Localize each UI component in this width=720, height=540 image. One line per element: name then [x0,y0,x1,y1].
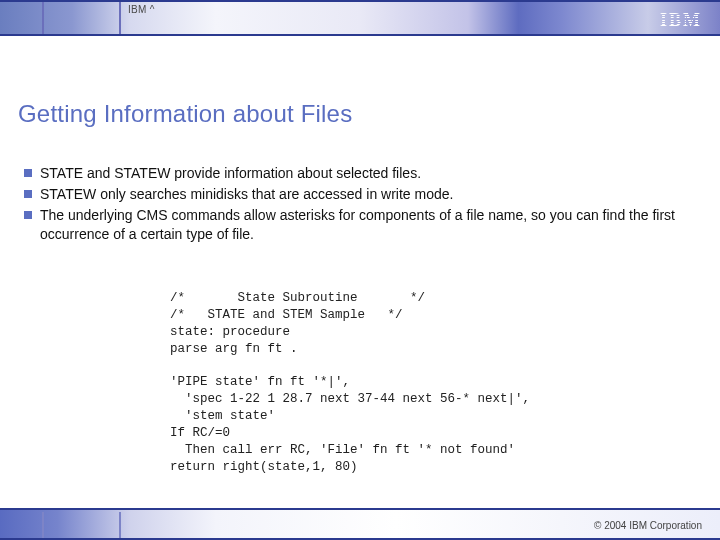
header-top-rule [0,0,720,2]
bullet-list: STATE and STATEW provide information abo… [24,164,696,246]
header-divider [42,2,44,34]
footer-divider [119,512,121,538]
ibm-logo-text: IBM [660,10,702,31]
bullet-icon [24,169,32,177]
ibm-logo-icon: IBM [660,10,702,31]
list-item: STATE and STATEW provide information abo… [24,164,696,183]
bullet-text: The underlying CMS commands allow asteri… [40,206,696,244]
header-product-text: IBM ^ [128,4,155,15]
page-title: Getting Information about Files [18,100,352,128]
slide: IBM ^ IBM Getting Information about File… [0,0,720,540]
bullet-text: STATE and STATEW provide information abo… [40,164,696,183]
list-item: STATEW only searches minidisks that are … [24,185,696,204]
header-bottom-rule [0,34,720,36]
header-divider [119,2,121,34]
code-sample: /* State Subroutine */ /* STATE and STEM… [170,290,530,476]
footer-divider [42,512,44,538]
copyright-text: © 2004 IBM Corporation [594,520,702,531]
header-band [0,0,720,34]
bullet-text: STATEW only searches minidisks that are … [40,185,696,204]
bullet-icon [24,211,32,219]
bullet-icon [24,190,32,198]
list-item: The underlying CMS commands allow asteri… [24,206,696,244]
